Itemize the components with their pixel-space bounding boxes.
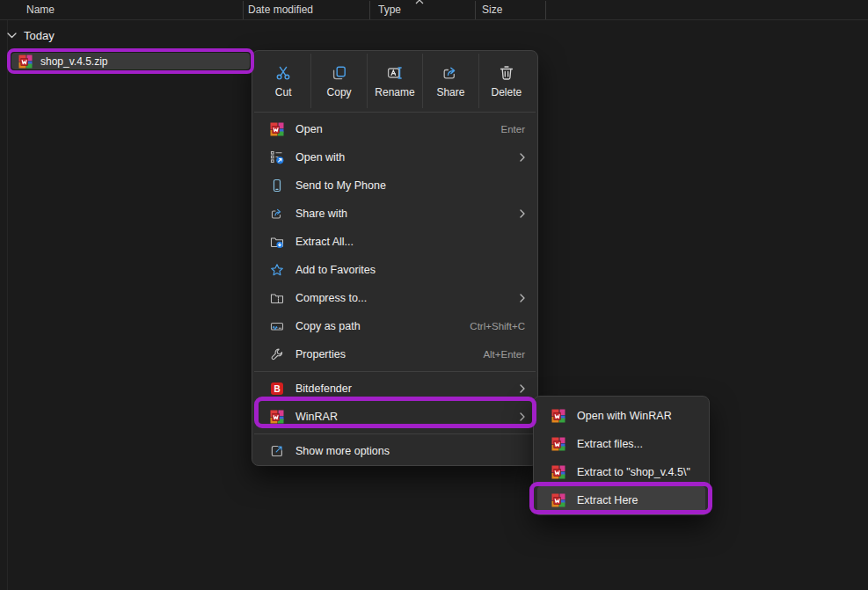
delete-label: Delete (491, 86, 522, 98)
menu-item-send-to-phone[interactable]: Send to My Phone (256, 171, 534, 200)
column-header-type[interactable]: Type (378, 4, 401, 16)
shortcut-hint: Ctrl+Shift+C (470, 321, 525, 331)
share-with-icon (270, 207, 284, 221)
column-header-date-modified[interactable]: Date modified (248, 4, 313, 16)
menu-item-label: Extract All... (295, 236, 354, 248)
context-menu-toolbar: Cut Copy Rename (256, 54, 534, 108)
svg-text:B: B (274, 384, 280, 394)
menu-item-share-with[interactable]: Share with (256, 200, 534, 228)
rename-button[interactable]: Rename (368, 54, 423, 108)
cut-button[interactable]: Cut (256, 54, 311, 108)
menu-item-properties[interactable]: Properties Alt+Enter (256, 340, 534, 368)
cut-icon (274, 64, 292, 82)
column-divider[interactable] (243, 1, 244, 19)
delete-icon (498, 64, 515, 82)
copy-icon (331, 64, 348, 82)
group-header-today[interactable]: Today (7, 29, 55, 42)
winrar-icon (551, 465, 565, 479)
menu-item-open-with[interactable]: Open with (256, 143, 534, 171)
menu-item-copy-as-path[interactable]: Copy as path Ctrl+Shift+C (256, 312, 534, 340)
rename-icon (386, 64, 404, 82)
sort-ascending-icon (415, 0, 424, 4)
chevron-right-icon (520, 209, 525, 218)
winrar-archive-icon (270, 122, 284, 136)
annotation-box-winrar (254, 397, 536, 428)
column-divider[interactable] (475, 1, 476, 19)
submenu-item-label: Extract files... (577, 438, 643, 450)
submenu-item-extract-files[interactable]: Extract files... (537, 430, 705, 458)
copy-button[interactable]: Copy (311, 54, 367, 108)
submenu-item-label: Open with WinRAR (577, 410, 672, 422)
menu-item-label: Bitdefender (295, 382, 352, 395)
group-label: Today (24, 29, 55, 42)
open-with-icon (270, 150, 284, 164)
rename-label: Rename (375, 86, 414, 98)
annotation-box-extract-here (529, 482, 712, 514)
copy-as-path-icon (270, 319, 284, 333)
menu-item-show-more-options[interactable]: Show more options (256, 437, 534, 465)
menu-separator (254, 433, 536, 434)
menu-item-label: Properties (295, 348, 346, 361)
winrar-icon (551, 409, 565, 423)
delete-button[interactable]: Delete (479, 54, 534, 108)
menu-separator (254, 112, 536, 113)
annotation-box-file: shop_v.4.5.zip (7, 48, 254, 74)
shortcut-hint: Alt+Enter (483, 349, 525, 360)
menu-item-compress-to[interactable]: Compress to... (256, 284, 534, 312)
menu-item-label: Compress to... (295, 292, 367, 304)
submenu-item-label: Extract to "shop_v.4.5\" (577, 466, 690, 478)
chevron-right-icon (520, 384, 525, 393)
cut-label: Cut (275, 86, 292, 98)
menu-item-add-to-favorites[interactable]: Add to Favorites (256, 256, 534, 284)
explorer-window: Name Date modified Type Size Today shop_… (0, 0, 868, 590)
extract-all-icon (270, 235, 284, 249)
column-header-row: Name Date modified Type Size (0, 0, 868, 20)
menu-item-label: Open (295, 123, 323, 135)
column-header-name[interactable]: Name (26, 4, 55, 16)
wrench-icon (270, 347, 284, 361)
share-label: Share (436, 86, 464, 98)
share-button[interactable]: Share (423, 54, 478, 108)
winrar-icon (551, 437, 565, 451)
menu-item-label: Share with (295, 208, 347, 220)
column-divider[interactable] (545, 1, 546, 19)
column-divider[interactable] (369, 1, 370, 19)
menu-separator (254, 371, 536, 372)
show-more-options-icon (270, 444, 284, 458)
phone-icon (270, 178, 284, 193)
shortcut-hint: Enter (501, 124, 526, 135)
favorites-star-icon (270, 263, 284, 277)
submenu-item-open-with-winrar[interactable]: Open with WinRAR (537, 402, 705, 430)
menu-item-label: Show more options (295, 445, 390, 457)
menu-item-label: Send to My Phone (295, 179, 386, 192)
share-icon (441, 64, 459, 82)
winrar-archive-icon (18, 55, 33, 69)
file-row-shop-zip[interactable]: shop_v.4.5.zip (11, 53, 250, 69)
menu-item-open[interactable]: Open Enter (256, 115, 534, 143)
menu-item-label: Copy as path (295, 320, 361, 332)
compress-zip-icon (270, 291, 284, 305)
menu-item-label: Add to Favorites (295, 264, 376, 276)
column-header-size[interactable]: Size (482, 4, 502, 16)
list-left-edge (7, 20, 8, 590)
file-name: shop_v.4.5.zip (40, 55, 108, 68)
chevron-down-icon (7, 33, 17, 39)
chevron-right-icon (520, 153, 525, 162)
copy-label: Copy (327, 86, 352, 98)
menu-item-label: Open with (295, 151, 345, 164)
menu-item-extract-all[interactable]: Extract All... (256, 228, 534, 256)
bitdefender-icon: B (270, 382, 284, 396)
chevron-right-icon (520, 294, 525, 302)
